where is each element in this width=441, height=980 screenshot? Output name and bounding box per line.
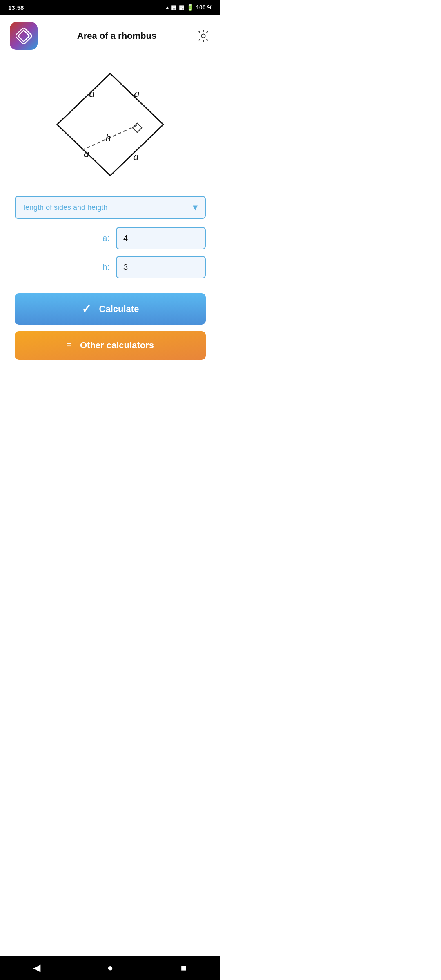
formula-dropdown[interactable]: length of sides and heigth diagonals sid… [15,196,206,219]
input-a[interactable] [116,227,206,249]
dropdown-container[interactable]: length of sides and heigth diagonals sid… [15,196,206,219]
status-bar-right: ▴ ▩ ▩ 🔋 100 % [166,4,212,11]
svg-text:a: a [84,147,89,160]
battery-icon: 🔋 [187,4,194,11]
svg-text:h: h [105,131,111,144]
wifi-icon: ▴ [166,4,169,11]
label-h: h: [93,263,109,272]
checkmark-icon: ✓ [82,302,91,316]
list-icon: ≡ [67,340,72,351]
input-section: a: h: [0,219,220,285]
svg-marker-3 [57,74,163,176]
diagram-area: a a a a h [0,57,220,192]
other-calculators-label: Other calculators [80,340,154,351]
svg-text:a: a [89,87,95,100]
app-icon [10,22,38,50]
other-calculators-button[interactable]: ≡ Other calculators [15,331,206,360]
svg-point-2 [202,34,205,38]
svg-rect-5 [133,123,142,133]
page-title: Area of a rhombus [38,31,196,41]
svg-text:a: a [133,150,139,163]
label-a: a: [93,234,109,243]
calculate-label: Calculate [99,304,139,314]
input-h[interactable] [116,256,206,278]
settings-button[interactable] [196,29,211,43]
buttons-section: ✓ Calculate ≡ Other calculators [0,285,220,360]
input-row-h: h: [15,256,206,278]
signal-icon2: ▩ [179,4,184,11]
input-row-a: a: [15,227,206,249]
svg-text:a: a [134,87,140,100]
top-bar: Area of a rhombus [0,15,220,57]
status-bar: 13:58 ▴ ▩ ▩ 🔋 100 % [0,0,220,15]
calculate-button[interactable]: ✓ Calculate [15,293,206,325]
rhombus-diagram: a a a a h [45,61,176,184]
signal-icon: ▩ [171,4,176,11]
status-time: 13:58 [8,4,24,11]
formula-dropdown-wrapper[interactable]: length of sides and heigth diagonals sid… [15,196,206,219]
battery-percent: 100 % [196,4,212,11]
